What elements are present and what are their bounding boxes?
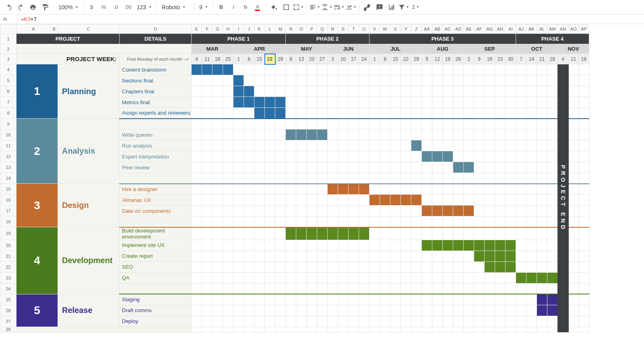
grid-cell[interactable]: [443, 162, 453, 173]
grid-cell[interactable]: [265, 272, 275, 283]
grid-cell[interactable]: [380, 162, 390, 173]
grid-cell[interactable]: [286, 251, 296, 261]
grid-cell[interactable]: [202, 130, 213, 140]
grid-cell[interactable]: [317, 206, 328, 216]
grid-cell[interactable]: [307, 162, 317, 173]
grid-cell[interactable]: [296, 305, 307, 316]
grid-cell[interactable]: [579, 251, 589, 261]
grid-cell[interactable]: [401, 108, 411, 119]
grid-cell[interactable]: [568, 216, 579, 227]
col-header[interactable]: AH: [495, 25, 506, 34]
grid-cell[interactable]: [422, 272, 432, 283]
grid-cell[interactable]: [432, 283, 443, 294]
grid-cell[interactable]: [568, 251, 579, 261]
grid-cell[interactable]: [422, 75, 432, 86]
grid-cell[interactable]: [328, 140, 338, 151]
grid-cell[interactable]: [568, 206, 579, 216]
grid-cell[interactable]: [369, 75, 380, 86]
grid-cell[interactable]: [432, 108, 443, 119]
week-cell[interactable]: 3: [328, 54, 338, 64]
grid-cell[interactable]: [328, 162, 338, 173]
grid-cell[interactable]: [202, 140, 213, 151]
grid-cell[interactable]: [223, 130, 233, 140]
gantt-bar[interactable]: [265, 97, 275, 108]
grid-cell[interactable]: [349, 251, 359, 261]
grid-cell[interactable]: [422, 261, 432, 272]
grid-cell[interactable]: [213, 108, 223, 119]
grid-cell[interactable]: [338, 64, 349, 75]
grid-cell[interactable]: [432, 162, 443, 173]
header-month[interactable]: JUL: [369, 44, 422, 54]
week-cell[interactable]: 29: [411, 54, 422, 64]
grid-cell[interactable]: [380, 173, 390, 184]
grid-cell[interactable]: [411, 294, 422, 305]
grid-cell[interactable]: [369, 130, 380, 140]
grid-cell[interactable]: [254, 195, 265, 206]
grid-cell[interactable]: [579, 195, 589, 206]
grid-cell[interactable]: [275, 162, 286, 173]
grid-cell[interactable]: [213, 184, 223, 195]
grid-cell[interactable]: [495, 97, 506, 108]
grid-cell[interactable]: [286, 305, 296, 316]
grid-cell[interactable]: [359, 130, 369, 140]
week-cell[interactable]: 15: [390, 54, 401, 64]
grid-cell[interactable]: [422, 216, 432, 227]
grid-cell[interactable]: [254, 162, 265, 173]
grid-cell[interactable]: [359, 251, 369, 261]
grid-cell[interactable]: [223, 173, 233, 184]
grid-cell[interactable]: [275, 316, 286, 327]
col-header[interactable]: AE: [464, 25, 474, 34]
grid-cell[interactable]: [432, 195, 443, 206]
corner-cell[interactable]: [0, 25, 17, 34]
grid-cell[interactable]: [390, 283, 401, 294]
grid-cell[interactable]: [495, 108, 506, 119]
grid-cell[interactable]: [296, 195, 307, 206]
grid-cell[interactable]: [380, 283, 390, 294]
grid-cell[interactable]: [349, 272, 359, 283]
grid-cell[interactable]: [506, 294, 516, 305]
grid-cell[interactable]: [317, 261, 328, 272]
row-header[interactable]: 26: [0, 305, 17, 316]
grid-cell[interactable]: [432, 119, 443, 130]
grid-cell[interactable]: [464, 140, 474, 151]
grid-cell[interactable]: [390, 251, 401, 261]
grid-cell[interactable]: [516, 140, 526, 151]
grid-cell[interactable]: [328, 195, 338, 206]
grid-cell[interactable]: [338, 151, 349, 162]
grid-cell[interactable]: [213, 130, 223, 140]
grid-cell[interactable]: [307, 195, 317, 206]
decrease-decimal-button[interactable]: .0: [110, 2, 122, 13]
grid-cell[interactable]: [244, 272, 254, 283]
grid-cell[interactable]: [547, 162, 558, 173]
week-cell[interactable]: 13: [296, 54, 307, 64]
grid-cell[interactable]: [359, 305, 369, 316]
grid-cell[interactable]: [485, 75, 495, 86]
gantt-bar[interactable]: [547, 272, 558, 283]
grid-cell[interactable]: [233, 184, 244, 195]
col-header[interactable]: AN: [558, 25, 568, 34]
grid-cell[interactable]: [286, 272, 296, 283]
grid-cell[interactable]: [202, 86, 213, 97]
grid-cell[interactable]: [411, 108, 422, 119]
zoom-dropdown[interactable]: 100%: [56, 4, 81, 10]
grid-cell[interactable]: [464, 130, 474, 140]
grid-cell[interactable]: [192, 173, 202, 184]
grid-cell[interactable]: [485, 305, 495, 316]
col-header[interactable]: AG: [485, 25, 495, 34]
grid-cell[interactable]: [338, 108, 349, 119]
grid-cell[interactable]: [244, 316, 254, 327]
row-header[interactable]: 11: [0, 140, 17, 151]
col-header[interactable]: AO: [568, 25, 579, 34]
grid-cell[interactable]: [275, 140, 286, 151]
gantt-bar[interactable]: [411, 195, 422, 206]
grid-cell[interactable]: [495, 227, 506, 240]
grid-cell[interactable]: [453, 184, 464, 195]
grid-cell[interactable]: [349, 108, 359, 119]
grid-cell[interactable]: [474, 64, 485, 75]
col-header[interactable]: E: [192, 25, 202, 34]
grid-cell[interactable]: [286, 261, 296, 272]
week-cell[interactable]: 28: [547, 54, 558, 64]
gantt-bar[interactable]: [453, 162, 464, 173]
grid-cell[interactable]: [547, 195, 558, 206]
grid-cell[interactable]: [568, 119, 579, 130]
